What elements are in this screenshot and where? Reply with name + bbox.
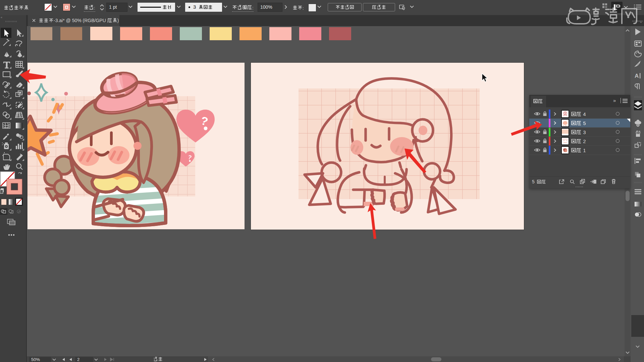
svg-text:A: A	[635, 73, 639, 79]
